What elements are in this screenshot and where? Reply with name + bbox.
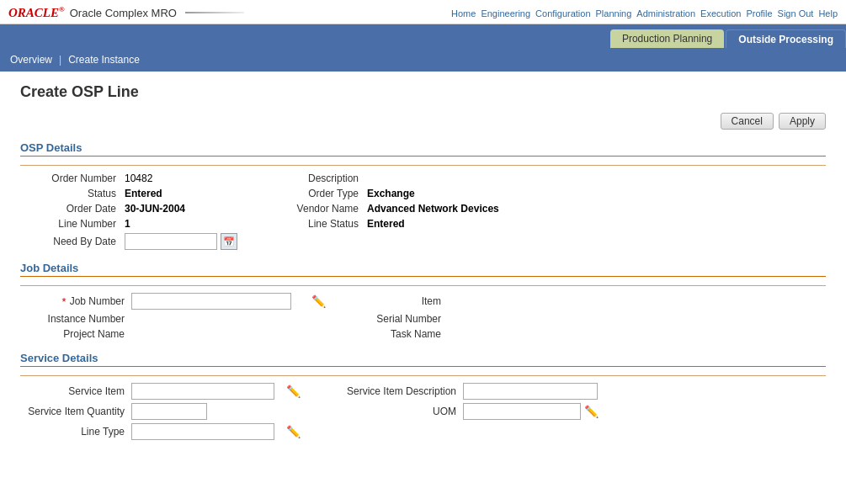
- job-divider: [20, 285, 826, 286]
- project-name-label: Project Name: [20, 328, 130, 340]
- service-item-edit-icon[interactable]: ✏️: [286, 385, 300, 398]
- buttons-row: Cancel Apply: [20, 113, 826, 130]
- instance-number-label: Instance Number: [20, 313, 130, 325]
- job-details-section: Job Details * Job Number ✏️ Item Instanc…: [20, 262, 826, 340]
- uom-input[interactable]: [463, 403, 581, 420]
- item-label: Item: [337, 295, 446, 307]
- line-type-input[interactable]: [131, 423, 274, 440]
- job-number-edit-icon[interactable]: ✏️: [311, 294, 325, 308]
- task-name-label: Task Name: [337, 328, 446, 340]
- line-status-label: Line Status: [263, 218, 364, 230]
- line-status-value: Entered: [367, 218, 826, 230]
- need-by-date-input[interactable]: [125, 233, 217, 250]
- line-type-label: Line Type: [20, 426, 130, 438]
- order-date-value: 30-JUN-2004: [125, 203, 259, 215]
- order-number-label: Order Number: [20, 172, 121, 184]
- app-name-divider: [185, 12, 244, 13]
- service-divider: [20, 375, 826, 376]
- nav-configuration[interactable]: Configuration: [535, 8, 590, 19]
- nav-help[interactable]: Help: [818, 8, 838, 19]
- app-name: Oracle Complex MRO: [70, 7, 177, 19]
- nav-signout[interactable]: Sign Out: [778, 8, 814, 19]
- header: ORACLE® Oracle Complex MRO Home Engineer…: [0, 0, 846, 24]
- serial-number-label: Serial Number: [337, 313, 446, 325]
- tab-bar: Production Planning Outside Processing: [0, 24, 846, 48]
- description-label: Description: [263, 172, 364, 184]
- nav-home[interactable]: Home: [451, 8, 476, 19]
- order-number-value: 10482: [125, 172, 259, 184]
- line-number-value: 1: [125, 218, 259, 230]
- osp-details-title: OSP Details: [20, 141, 826, 157]
- uom-edit-icon[interactable]: ✏️: [584, 405, 598, 418]
- uom-label: UOM: [310, 406, 461, 417]
- service-details-title: Service Details: [20, 352, 826, 367]
- job-number-input[interactable]: [131, 293, 291, 310]
- oracle-logo: ORACLE®: [8, 5, 65, 20]
- nav-engineering[interactable]: Engineering: [481, 8, 530, 19]
- service-item-qty-input[interactable]: [131, 403, 207, 420]
- logo-area: ORACLE® Oracle Complex MRO: [8, 5, 244, 20]
- sub-nav-overview[interactable]: Overview: [10, 54, 52, 66]
- vendor-name-label: Vendor Name: [263, 203, 364, 215]
- job-number-label: Job Number: [70, 295, 125, 307]
- tab-outside-processing[interactable]: Outside Processing: [726, 29, 846, 48]
- apply-button[interactable]: Apply: [779, 113, 826, 130]
- service-item-desc-label: Service Item Description: [310, 385, 461, 397]
- order-date-label: Order Date: [20, 203, 121, 215]
- service-item-label: Service Item: [20, 385, 130, 397]
- page-title: Create OSP Line: [20, 83, 826, 101]
- order-type-value: Exchange: [367, 188, 826, 199]
- job-details-title: Job Details: [20, 262, 826, 277]
- service-details-section: Service Details Service Item ✏️ Service …: [20, 352, 826, 440]
- service-item-desc-input[interactable]: [463, 383, 598, 400]
- nav-profile[interactable]: Profile: [746, 8, 772, 19]
- nav-planning[interactable]: Planning: [596, 8, 632, 19]
- sub-nav-separator: |: [59, 54, 61, 66]
- osp-details-section: OSP Details Order Number 10482 Descripti…: [20, 141, 826, 250]
- status-label: Status: [20, 188, 121, 199]
- status-value: Entered: [125, 188, 259, 199]
- service-item-input[interactable]: [131, 383, 274, 400]
- cancel-button[interactable]: Cancel: [721, 113, 774, 130]
- page-content: Create OSP Line Cancel Apply OSP Details…: [0, 72, 846, 455]
- osp-divider: [20, 165, 826, 166]
- line-number-label: Line Number: [20, 218, 121, 230]
- sub-nav: Overview | Create Instance: [0, 48, 846, 72]
- nav-administration[interactable]: Administration: [636, 8, 695, 19]
- need-by-date-label: Need By Date: [20, 236, 121, 247]
- job-number-required: *: [62, 295, 67, 308]
- line-type-edit-icon[interactable]: ✏️: [286, 425, 300, 438]
- sub-nav-create-instance[interactable]: Create Instance: [68, 54, 140, 66]
- nav-links: Home Engineering Configuration Planning …: [451, 5, 838, 19]
- nav-execution[interactable]: Execution: [700, 8, 741, 19]
- tab-production-planning[interactable]: Production Planning: [610, 29, 724, 48]
- calendar-icon[interactable]: 📅: [221, 233, 237, 250]
- order-type-label: Order Type: [263, 188, 364, 199]
- vendor-name-value: Advanced Network Devices: [367, 203, 826, 215]
- service-item-qty-label: Service Item Quantity: [20, 406, 130, 417]
